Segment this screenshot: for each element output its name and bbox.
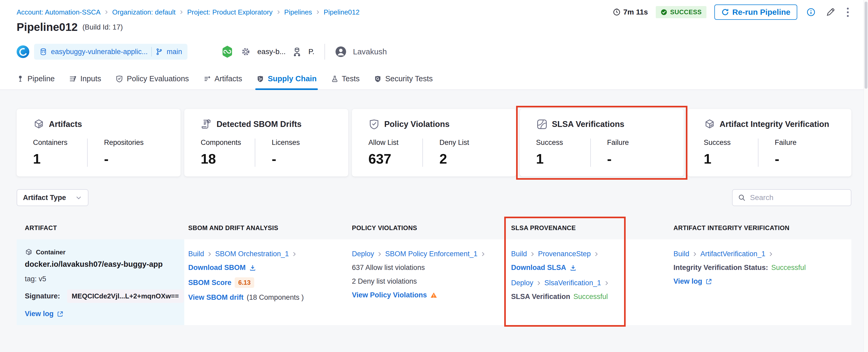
stat-value: - [272, 151, 340, 167]
stat-label: Repositories [104, 138, 173, 147]
step-link[interactable]: ArtifactVerification_1 [701, 250, 765, 258]
view-log-link[interactable]: View log [674, 277, 702, 286]
service-name[interactable]: easy-b... [257, 47, 286, 56]
deny-list-violations: 2 Deny list violations [352, 277, 507, 286]
gear-icon [241, 46, 251, 57]
breadcrumb-current[interactable]: Pipeline012 [324, 8, 360, 17]
scrollbar-thumb[interactable] [865, 2, 867, 89]
view-log-link[interactable]: View log [25, 310, 54, 318]
edit-pencil-icon[interactable] [825, 6, 836, 18]
more-options-kebab-icon[interactable] [844, 7, 851, 18]
chevron-down-icon [75, 194, 82, 201]
card-policy-violations: Policy Violations Allow List637 Deny Lis… [352, 109, 516, 177]
stage-link[interactable]: Deploy [352, 250, 374, 258]
tab-pipeline[interactable]: Pipeline [17, 74, 55, 90]
sbom-scroll-icon [200, 119, 212, 130]
shield-search-icon [374, 75, 382, 83]
top-bar: Account: Automation-SSCA Organization: d… [0, 0, 868, 18]
git-branch-icon [155, 48, 163, 56]
stage-link[interactable]: Deploy [511, 279, 533, 287]
artifacts-table: Artifact SBOM and Drift Analysis Policy … [17, 217, 851, 325]
card-artifact-integrity: Artifact Integrity Verification Success1… [687, 109, 851, 177]
pipeline-icon [17, 75, 24, 83]
integrity-status: Successful [771, 264, 806, 272]
shield-check-icon [115, 75, 123, 83]
execution-meta: easy-b... P. Lavakush [220, 44, 387, 60]
stage-link[interactable]: Build [511, 250, 527, 258]
external-link-icon [705, 278, 712, 285]
artifact-type-dropdown[interactable]: Artifact Type [17, 189, 88, 206]
stat-value: 637 [368, 151, 423, 167]
module-icon [17, 45, 29, 58]
allow-list-violations: 637 Allow list violations [352, 264, 507, 272]
vertical-scrollbar[interactable] [864, 0, 868, 352]
view-policy-violations-link[interactable]: View Policy Violations [352, 291, 427, 299]
search-icon [738, 194, 746, 201]
page-title: Pipeline012 [17, 21, 78, 33]
info-icon[interactable] [805, 6, 817, 18]
tab-inputs[interactable]: Inputs [69, 74, 101, 90]
step-link[interactable]: SBOM Orchestration_1 [215, 250, 289, 258]
chevron-right-icon [692, 252, 697, 256]
tab-policy-evaluations[interactable]: Policy Evaluations [115, 74, 189, 90]
download-slsa-link[interactable]: Download SLSA [511, 264, 566, 272]
signature-label: Signature: [25, 292, 60, 300]
chevron-right-icon [481, 252, 486, 256]
clock-icon [613, 8, 621, 16]
repo-branch-pill[interactable]: easybuggy-vulnerable-applic... main [34, 44, 187, 60]
column-header-artifact: Artifact [17, 224, 184, 232]
search-box[interactable] [732, 189, 851, 206]
integrity-status-label: Integrity Verification Status: [674, 264, 768, 272]
breadcrumb-org[interactable]: Organization: default [112, 8, 176, 17]
summary-cards: Artifacts Containers1 Repositories- Dete… [17, 109, 851, 177]
breadcrumb-account[interactable]: Account: Automation-SSCA [17, 8, 100, 17]
inputs-icon [69, 75, 77, 83]
search-input[interactable] [750, 193, 845, 202]
card-sbom-drifts: Detected SBOM Drifts Components18 Licens… [184, 109, 348, 177]
tab-bar: Pipeline Inputs Policy Evaluations Artif… [0, 69, 868, 90]
stat-value: 2 [439, 151, 508, 167]
view-sbom-drift-link[interactable]: View SBOM drift [188, 293, 244, 301]
sbom-cell: Build SBOM Orchestration_1 Download SBOM… [184, 239, 348, 325]
column-header-sbom: SBOM and Drift Analysis [184, 224, 348, 232]
table-row: Container docker.io/lavakush07/easy-bugg… [17, 239, 851, 325]
environment-icon [292, 47, 302, 57]
branch-name[interactable]: main [166, 48, 182, 56]
stage-link[interactable]: Build [188, 250, 204, 258]
tab-tests[interactable]: Tests [331, 74, 360, 90]
step-link[interactable]: SBOM Policy Enforcement_1 [385, 250, 477, 258]
supply-chain-shield-icon [256, 75, 264, 83]
card-title: Policy Violations [384, 120, 450, 129]
sbom-score-link[interactable]: SBOM Score [188, 279, 231, 287]
step-link[interactable]: SlsaVerification_1 [544, 279, 601, 287]
card-artifacts: Artifacts Containers1 Repositories- [17, 109, 181, 177]
slsa-cell: Build ProvenanceStep Download SLSA Deplo… [507, 239, 670, 325]
chevron-right-icon [377, 252, 382, 256]
chevron-right-icon [316, 10, 320, 14]
rerun-pipeline-button[interactable]: Re-run Pipeline [714, 4, 797, 20]
download-sbom-link[interactable]: Download SBOM [188, 264, 246, 272]
card-title: Detected SBOM Drifts [216, 120, 302, 129]
stage-link[interactable]: Build [674, 250, 689, 258]
sbom-drift-count: (18 Components ) [247, 293, 304, 301]
tab-security-tests[interactable]: Security Tests [374, 74, 433, 90]
breadcrumb-pipelines[interactable]: Pipelines [284, 8, 312, 17]
tab-artifacts[interactable]: Artifacts [203, 74, 242, 90]
sbom-score-badge: 6.13 [235, 277, 254, 288]
tab-supply-chain[interactable]: Supply Chain [256, 74, 316, 90]
warning-icon [430, 292, 437, 299]
refresh-icon [721, 8, 729, 16]
stat-value: - [607, 151, 676, 167]
stat-value: - [775, 151, 843, 167]
check-circle-icon [660, 9, 668, 15]
breadcrumb-project[interactable]: Project: Product Exploratory [187, 8, 273, 17]
column-header-slsa: SLSA Provenance [507, 224, 670, 232]
column-header-integrity: Artifact Integrity Verification [670, 224, 851, 232]
step-link[interactable]: ProvenanceStep [538, 250, 591, 258]
stat-value: 1 [704, 151, 758, 167]
repo-name[interactable]: easybuggy-vulnerable-applic... [51, 48, 148, 56]
status-text: SUCCESS [670, 8, 702, 16]
chevron-right-icon [769, 252, 773, 256]
environment-name[interactable]: P. [308, 47, 314, 56]
chevron-right-icon [292, 252, 297, 256]
